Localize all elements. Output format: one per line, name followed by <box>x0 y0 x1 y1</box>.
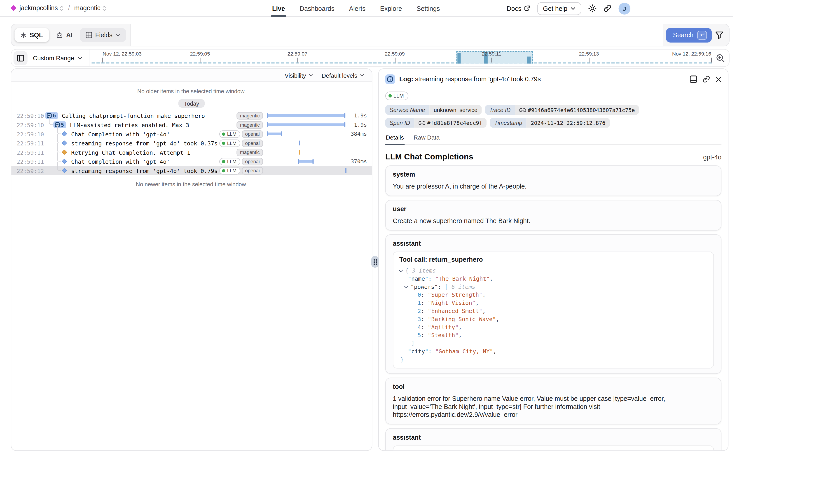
log-row[interactable]: 22:59:11streaming response from 'gpt-4o'… <box>11 138 372 148</box>
table-grid-icon <box>86 32 92 39</box>
detail-tab-raw-data[interactable]: Raw Data <box>413 134 440 144</box>
message-text: Create a new superhero named The Bark Ni… <box>393 217 714 225</box>
log-icon-slot <box>62 150 67 154</box>
ai-mode-button[interactable]: AI <box>51 28 77 42</box>
log-tags: LLMopenai <box>219 158 263 165</box>
info-diamond-icon <box>62 141 67 146</box>
filter-button[interactable] <box>715 31 724 39</box>
log-row[interactable]: 22:59:106Calling chatprompt-function mak… <box>11 111 372 120</box>
org-switcher[interactable]: jackmpcollins <box>19 4 64 12</box>
tool-call-card: Tool call: return_superhero{ 3 items"nam… <box>393 251 714 368</box>
meta-span-id[interactable]: Span ID#fd81e8f78c4ecc9f <box>385 118 487 127</box>
time-range-label: Custom Range <box>33 55 74 61</box>
message-text: You are professor A, in charge of the A-… <box>393 183 714 191</box>
time-range-dropdown[interactable]: Custom Range <box>28 55 89 61</box>
log-row[interactable]: 22:59:11Chat Completion with 'gpt-4o'LLM… <box>11 157 372 166</box>
meta-value: 2024-11-12 22:59:12.876 <box>526 118 610 127</box>
json-value: "Stealth" <box>428 332 458 338</box>
json-line: 2: "Enhanced Smell", <box>399 307 708 315</box>
tag-openai: openai <box>242 130 263 138</box>
json-line[interactable]: { 3 items <box>399 267 708 275</box>
docs-label: Docs <box>507 4 521 12</box>
detail-tab-details[interactable]: Details <box>385 134 405 144</box>
json-value: "The Bark Night" <box>435 275 490 282</box>
sql-mode-button[interactable]: SQL <box>15 28 49 42</box>
json-index: 4 <box>418 324 421 330</box>
get-help-label: Get help <box>543 4 567 12</box>
visibility-dropdown[interactable]: Visibility <box>285 72 313 78</box>
today-pill[interactable]: Today <box>178 99 205 108</box>
copy-link-button[interactable] <box>603 4 612 13</box>
no-newer-note: No newer items in the selected time wind… <box>11 181 372 188</box>
tab-label: Settings <box>416 4 440 12</box>
info-diamond-icon <box>62 131 67 137</box>
close-icon <box>716 76 721 82</box>
json-line: ] <box>399 339 708 347</box>
timeline-tick-label: 22:59:07 <box>288 51 307 56</box>
meta-value-text: #9146a6974e4e6140538043607a71c75e <box>528 107 635 113</box>
duration-bar <box>298 160 314 163</box>
detail-llm-tag-row: LLM <box>385 90 722 100</box>
timeline-tick-mark <box>492 57 492 62</box>
json-bracket: { <box>405 267 412 274</box>
json-line[interactable]: "powers": [ 6 items <box>399 283 708 291</box>
tab-explore[interactable]: Explore <box>380 0 402 17</box>
timeline-tick-mark <box>711 57 712 62</box>
copy-detail-link-button[interactable] <box>703 75 710 83</box>
meta-trace-id[interactable]: Trace ID#9146a6974e4e6140538043607a71c75… <box>485 105 639 115</box>
tag-magentic: magentic <box>237 148 263 156</box>
log-message: streaming response from 'gpt-4o' took 0.… <box>71 167 217 174</box>
timeline-chart[interactable]: Nov 12, 22:59:0322:59:0522:59:0722:59:09… <box>92 49 712 67</box>
project-switcher[interactable]: magentic <box>74 4 106 12</box>
collapse-panel-button[interactable] <box>14 51 28 65</box>
panel-resize-handle[interactable] <box>371 256 379 268</box>
tab-live[interactable]: Live <box>272 0 285 17</box>
message-card-assistant: assistantTool call: return_superhero{ 3 … <box>385 428 722 451</box>
green-dot-icon <box>222 141 225 145</box>
meta-value-text: unknown_service <box>434 106 477 113</box>
fields-dropdown[interactable]: Fields <box>79 28 126 42</box>
log-row[interactable]: 22:59:12streaming response from 'gpt-4o'… <box>11 166 372 175</box>
log-time: 22:59:10 <box>17 130 45 137</box>
user-avatar[interactable]: J <box>619 2 630 14</box>
tab-settings[interactable]: Settings <box>416 0 440 17</box>
json-bracket: [ <box>445 283 452 290</box>
duration-track <box>266 148 348 157</box>
theme-toggle-button[interactable] <box>588 4 596 13</box>
search-button[interactable]: Search <box>666 28 712 42</box>
zoom-in-icon <box>716 53 724 62</box>
topbar-actions: Docs Get help J <box>507 0 630 17</box>
tab-alerts[interactable]: Alerts <box>349 0 365 17</box>
main-content: Visibility Default levels No older items… <box>11 68 833 451</box>
timeline-tick-mark <box>298 57 298 62</box>
timeline-tick-label: Nov 12, 22:59:16 <box>672 51 711 56</box>
json-index: 1 <box>418 299 421 306</box>
detail-title: Log: streaming response from 'gpt-4o' to… <box>399 75 541 83</box>
section-title: LLM Chat Completions <box>385 152 473 161</box>
updown-icon <box>60 5 64 11</box>
log-row[interactable]: 22:59:11Retrying Chat Completion. Attemp… <box>11 148 372 157</box>
tag-label: LLM <box>227 140 237 146</box>
log-time: 22:59:11 <box>17 140 45 146</box>
close-detail-button[interactable] <box>716 76 721 82</box>
tab-dashboards[interactable]: Dashboards <box>300 0 334 17</box>
query-toolbar: SQL AI Fields Search <box>11 24 730 46</box>
default-levels-dropdown[interactable]: Default levels <box>322 72 364 78</box>
json-index: 5 <box>418 332 421 338</box>
duration-track <box>266 138 348 148</box>
search-query-input[interactable] <box>130 24 663 46</box>
log-row[interactable]: 22:59:10Chat Completion with 'gpt-4o'LLM… <box>11 129 372 139</box>
log-tags: magentic <box>237 148 263 156</box>
json-line: 1: "Night Vision", <box>399 299 708 307</box>
caret-down-icon[interactable] <box>399 268 403 272</box>
log-row[interactable]: 22:59:105LLM-assisted retries enabled. M… <box>11 120 372 129</box>
json-line: 3: "Barking Sonic Wave", <box>399 315 708 323</box>
docs-link[interactable]: Docs <box>507 4 530 12</box>
caret-down-icon[interactable] <box>404 284 409 288</box>
meta-value: #9146a6974e4e6140538043607a71c75e <box>515 105 639 115</box>
get-help-button[interactable]: Get help <box>537 2 581 15</box>
panel-divider <box>372 68 378 451</box>
layout-toggle-button[interactable] <box>690 75 697 83</box>
duration-track <box>266 120 348 129</box>
timeline-zoom-button[interactable] <box>716 53 724 62</box>
